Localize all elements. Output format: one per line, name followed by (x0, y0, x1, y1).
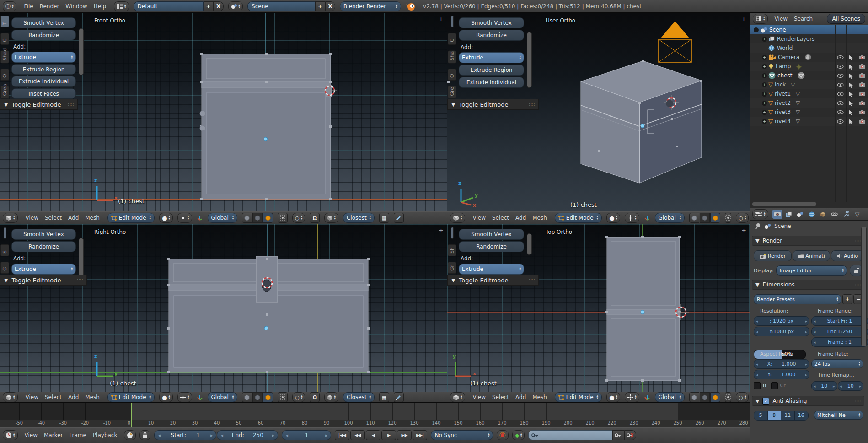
shelf-tab-o[interactable]: O (0, 69, 9, 81)
selectability-arrow-icon[interactable] (848, 54, 856, 60)
expand-icon[interactable]: + (762, 73, 767, 78)
delete-keyframe-button[interactable] (624, 430, 636, 440)
display-mode-dropdown[interactable]: Image Editor▴▾ (776, 265, 847, 276)
timeline-ruler[interactable]: -50-40-30-20-100102030405060708090100110… (0, 403, 750, 427)
shelf-tab-t[interactable]: T (0, 16, 9, 27)
outliner-row-rivet1[interactable]: +▽rivet1▽ (750, 89, 868, 98)
shelf-tab-c[interactable]: C (448, 33, 456, 45)
selectability-arrow-icon[interactable] (848, 73, 856, 79)
render-camera-icon[interactable] (859, 82, 866, 87)
shelf-tab-sh[interactable]: Sh (448, 244, 456, 256)
viewport-shading-dropdown[interactable]: ●▴▾ (159, 213, 173, 223)
extrude-dropdown[interactable]: Extrude▴▾ (459, 52, 524, 63)
face-select-button[interactable] (710, 213, 720, 223)
interaction-mode-dropdown[interactable]: Edit Mode▴▾ (107, 213, 155, 223)
transport-button--[interactable]: ▶▶| (413, 430, 427, 440)
aa-samples-5-button[interactable]: 5 (754, 411, 768, 420)
expand-icon[interactable]: + (762, 101, 767, 106)
keying-mode-dropdown[interactable]: ◆▴▾ (512, 430, 525, 440)
selectability-arrow-icon[interactable] (848, 82, 856, 88)
front-expand-icon[interactable]: + (439, 16, 444, 22)
limit-selection-visible-button[interactable] (278, 392, 288, 402)
face-select-button[interactable] (710, 392, 720, 402)
render-presets-dropdown[interactable]: Render Presets▴▾ (754, 294, 841, 304)
viewport-menu-view[interactable]: View (22, 215, 42, 221)
sync-mode-dropdown[interactable]: No Sync▴▾ (431, 430, 493, 440)
extrude-individual-button[interactable]: Extrude Individual (459, 77, 524, 88)
menu-file[interactable]: File (21, 3, 37, 10)
selectability-arrow-icon[interactable] (848, 109, 856, 115)
resolution-x-field[interactable]: ◂: 1920 px▸ (754, 316, 809, 326)
randomize-button[interactable]: Randomize (459, 241, 524, 252)
snap-magnet-button[interactable]: Ω (310, 213, 320, 223)
pivot-point-dropdown[interactable]: ▴▾ (177, 213, 192, 223)
outliner-row-rivet2[interactable]: +▽rivet2▽ (750, 98, 868, 108)
face-select-button[interactable] (263, 392, 273, 402)
properties-scrollbar[interactable] (861, 227, 867, 346)
shelf-tab-active[interactable] (4, 227, 6, 239)
vertex-select-button[interactable] (242, 392, 252, 402)
aspect-x-field[interactable]: ◂X:1.000▸ (754, 359, 809, 369)
anti-aliasing-checkbox[interactable]: ✓ (762, 398, 769, 405)
close-scene-button[interactable]: X (325, 1, 335, 11)
render-camera-icon[interactable] (859, 119, 866, 124)
viewport-shading-dropdown[interactable]: ●▴▾ (606, 392, 620, 402)
border-checkbox-row[interactable]: B (754, 382, 766, 389)
proportional-edit-dropdown[interactable]: ○▴▾ (292, 392, 305, 402)
timeline-menu-marker[interactable]: Marker (41, 432, 66, 438)
viewport-menu-mesh[interactable]: Mesh (82, 215, 103, 221)
dimensions-panel-header[interactable]: ▼Dimensions∷∷ (752, 280, 864, 290)
outliner-row-world[interactable]: World (750, 43, 868, 53)
smooth-vertex-button[interactable]: Smooth Vertex (459, 17, 524, 28)
crop-checkbox-row[interactable]: Cr (771, 382, 786, 389)
outliner-row-renderlayers[interactable]: +RenderLayers (750, 34, 868, 43)
extrude-dropdown[interactable]: Extrude▴▾ (11, 264, 76, 275)
properties-editor-type-button[interactable]: ▴▾ (752, 209, 768, 219)
playback-range-clock-button[interactable] (124, 430, 136, 440)
interaction-mode-dropdown[interactable]: Edit Mode▴▾ (555, 213, 602, 223)
pivot-point-dropdown[interactable]: ▴▾ (177, 392, 192, 402)
lock-frame-range-button[interactable] (139, 430, 150, 440)
viewport-shading-dropdown[interactable]: ●▴▾ (606, 213, 620, 223)
render-audio-button[interactable]: Audio (831, 250, 863, 261)
transform-orientation-dropdown[interactable]: Global▴▾ (208, 213, 238, 223)
expand-icon[interactable]: + (762, 37, 767, 42)
timeline-menu-view[interactable]: View (21, 432, 41, 438)
pin-icon[interactable] (755, 223, 761, 229)
expand-icon[interactable]: + (762, 110, 767, 115)
world-tab-icon[interactable] (807, 210, 817, 219)
viewport-menu-select[interactable]: Select (42, 394, 65, 400)
anti-aliasing-panel-header[interactable]: ▼✓Anti-Aliasing∷∷ (752, 396, 864, 406)
pivot-point-dropdown[interactable]: ▴▾ (625, 392, 639, 402)
edge-select-button[interactable] (700, 392, 710, 402)
window-info-button[interactable]: ⓘ▴▾ (3, 1, 16, 11)
expand-icon[interactable]: + (762, 82, 767, 87)
viewport-menu-mesh[interactable]: Mesh (529, 394, 550, 400)
edge-select-button[interactable] (252, 213, 263, 223)
menu-render[interactable]: Render (37, 3, 63, 10)
top-expand-icon[interactable]: + (741, 227, 746, 234)
vertex-select-button[interactable] (689, 213, 699, 223)
render-button[interactable]: Render (754, 250, 792, 261)
end-frame-field-props[interactable]: ◂End F:250▸ (811, 327, 868, 336)
toggle-editmode-panel-right[interactable]: ▼Toggle Editmode∷∷ (0, 275, 87, 286)
viewport-menu-view[interactable]: View (470, 215, 489, 221)
outliner-row-lamp[interactable]: +Lamp (750, 62, 868, 71)
extrude-dropdown[interactable]: Extrude▴▾ (11, 52, 76, 63)
edge-select-button[interactable] (700, 213, 710, 223)
add-scene-button[interactable]: + (315, 1, 325, 11)
render-opengl-button[interactable] (394, 213, 404, 223)
aa-samples-16-button[interactable]: 16 (795, 411, 809, 420)
edge-select-button[interactable] (252, 392, 263, 402)
viewport-shading-dropdown[interactable]: ●▴▾ (159, 392, 173, 402)
start-frame-field[interactable]: ◂Start:1▸ (154, 430, 216, 440)
toggle-editmode-panel-front[interactable]: ▼Toggle Editmode∷∷ (0, 99, 78, 110)
viewport-menu-mesh[interactable]: Mesh (82, 394, 103, 400)
shelf-tab-active[interactable] (451, 227, 454, 239)
limit-selection-visible-button[interactable] (725, 213, 731, 223)
insert-keyframe-button[interactable] (612, 430, 624, 440)
smooth-vertex-button[interactable]: Smooth Vertex (11, 17, 76, 28)
menu-help[interactable]: Help (91, 3, 109, 10)
selectability-arrow-icon[interactable] (848, 119, 856, 124)
scene-selector-button[interactable]: ▴▾ (228, 1, 243, 11)
